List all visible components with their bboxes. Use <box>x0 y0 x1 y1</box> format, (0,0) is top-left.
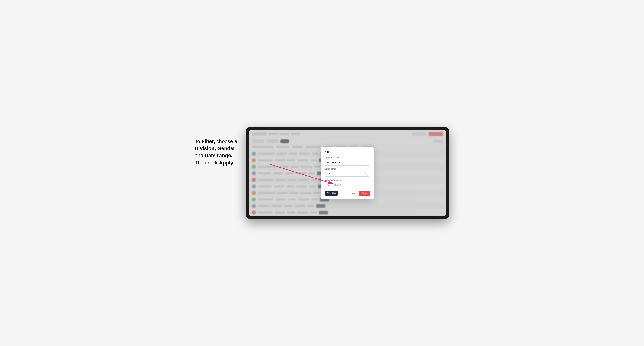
gender-field: Select gender Men × ⌃⌄ <box>325 168 370 177</box>
tablet-wrapper: Filter × Select a division NCAA Division… <box>246 127 449 219</box>
instruction-text-line3: and Date range. <box>195 153 232 158</box>
gender-selected-value: Men <box>327 173 331 175</box>
apply-bold: Apply. <box>219 160 234 166</box>
date-range-field: Select Date range 📅 Pick a date <box>325 179 370 188</box>
clear-gender-icon[interactable]: × <box>365 173 366 175</box>
division-selected-value: NCAA Division I <box>327 161 342 164</box>
gender-label: Select gender <box>325 168 370 170</box>
instruction-text-line1: To Filter, choose a <box>195 139 237 144</box>
filter-modal: Filter × Select a division NCAA Division… <box>321 147 374 199</box>
date-range-input[interactable]: 📅 Pick a date <box>325 182 370 188</box>
modal-footer-right: Cancel Apply <box>351 191 370 196</box>
filter-bold: Filter, <box>202 139 215 144</box>
division-field: Select a division NCAA Division I × ⌃⌄ <box>325 157 370 166</box>
calendar-icon: 📅 <box>327 183 330 186</box>
chevron-gender-icon: ⌃⌄ <box>366 171 368 176</box>
modal-close-button[interactable]: × <box>367 151 370 154</box>
modal-footer: Clear filter Cancel Apply <box>325 191 370 196</box>
division-gender-bold: Division, Gender <box>195 146 235 151</box>
date-range-bold: Date range. <box>205 153 232 158</box>
gender-select-icons: × ⌃⌄ <box>365 171 368 176</box>
modal-title: Filter <box>325 151 332 154</box>
instruction-text-line4: Then click Apply. <box>195 160 234 166</box>
tablet-screen: Filter × Select a division NCAA Division… <box>249 130 446 216</box>
clear-filter-button[interactable]: Clear filter <box>325 191 338 195</box>
date-range-label: Select Date range <box>325 179 370 181</box>
division-select[interactable]: NCAA Division I × ⌃⌄ <box>325 160 370 166</box>
chevron-icon: ⌃⌄ <box>366 160 368 165</box>
gender-select[interactable]: Men × ⌃⌄ <box>325 171 370 177</box>
division-select-icons: × ⌃⌄ <box>365 160 368 165</box>
modal-header: Filter × <box>325 151 370 154</box>
modal-overlay: Filter × Select a division NCAA Division… <box>249 130 446 216</box>
clear-division-icon[interactable]: × <box>365 162 366 164</box>
instruction-panel: To Filter, choose a Division, Gender and… <box>195 127 246 166</box>
date-placeholder: Pick a date <box>330 183 341 186</box>
tablet-frame: Filter × Select a division NCAA Division… <box>246 127 449 219</box>
apply-button[interactable]: Apply <box>359 191 370 196</box>
division-label: Select a division <box>325 157 370 159</box>
cancel-button[interactable]: Cancel <box>351 192 358 194</box>
